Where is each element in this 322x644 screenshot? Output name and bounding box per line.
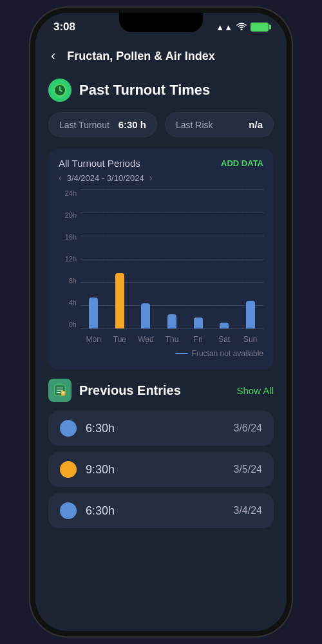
last-risk-pill: Last Risk n/a xyxy=(165,112,274,137)
signal-icon: ▲▲ xyxy=(216,23,232,32)
status-icons: ▲▲ xyxy=(216,22,269,32)
show-all-button[interactable]: Show All xyxy=(236,385,274,396)
fructan-note: Fructan not available xyxy=(59,346,263,363)
last-turnout-label: Last Turnout xyxy=(59,120,109,130)
previous-entries-icon xyxy=(48,379,71,402)
section-title-row: Past Turnout Times xyxy=(48,79,274,102)
status-time: 3:08 xyxy=(53,21,75,33)
x-label-sat: Sat xyxy=(211,335,238,344)
entry-card-1[interactable]: 9:30h 3/5/24 xyxy=(48,452,274,487)
main-content: ‹ Fructan, Pollen & Air Index Past Turno… xyxy=(35,37,287,547)
chart-header: All Turnout Periods ADD DATA xyxy=(59,158,263,169)
page-header: ‹ Fructan, Pollen & Air Index xyxy=(48,43,274,67)
next-date-arrow[interactable]: › xyxy=(149,173,153,183)
back-button[interactable]: ‹ xyxy=(48,45,58,67)
bar-wed-fill xyxy=(141,303,150,328)
bar-thu-fill xyxy=(167,314,176,328)
entry-left-1: 9:30h xyxy=(60,461,115,478)
y-label-4: 4h xyxy=(59,299,77,307)
previous-entries-title: Previous Entries xyxy=(79,383,181,398)
bar-sun xyxy=(237,189,263,328)
y-label-12: 12h xyxy=(59,255,77,263)
last-turnout-pill: Last Turnout 6:30 h xyxy=(48,112,157,137)
entry-dot-2 xyxy=(60,502,77,519)
past-turnout-icon xyxy=(48,79,71,102)
chart-area: 24h 20h 16h 12h 8h 4h 0h xyxy=(59,189,263,344)
last-risk-label: Last Risk xyxy=(176,120,213,130)
y-label-8: 8h xyxy=(59,277,77,285)
y-label-16: 16h xyxy=(59,233,77,241)
bar-thu xyxy=(159,189,185,328)
chart-card: All Turnout Periods ADD DATA ‹ 3/4/2024 … xyxy=(48,149,274,370)
date-range: 3/4/2024 - 3/10/2024 xyxy=(67,173,144,183)
fructan-text: Fructan not available xyxy=(192,349,263,358)
bar-sat-fill xyxy=(220,323,229,328)
y-axis-labels: 24h 20h 16h 12h 8h 4h 0h xyxy=(59,189,77,344)
y-label-0: 0h xyxy=(59,321,77,328)
x-label-tue: Tue xyxy=(107,335,133,344)
stats-row: Last Turnout 6:30 h Last Risk n/a xyxy=(48,112,274,137)
x-label-mon: Mon xyxy=(80,335,107,344)
bar-wed xyxy=(133,189,159,328)
bar-fri-fill xyxy=(194,317,203,328)
previous-entries-header: Previous Entries Show All xyxy=(48,379,274,402)
y-label-24: 24h xyxy=(59,189,77,197)
x-axis-labels: Mon Tue Wed Thu Fri Sat Sun xyxy=(80,335,263,344)
x-label-fri: Fri xyxy=(185,335,211,344)
wifi-icon xyxy=(236,22,247,32)
bar-fri xyxy=(185,189,211,328)
previous-entries-left: Previous Entries xyxy=(48,379,181,402)
entry-date-0: 3/6/24 xyxy=(234,422,262,434)
entry-time-2: 6:30h xyxy=(86,504,115,518)
entry-time-0: 6:30h xyxy=(86,422,115,435)
notch xyxy=(119,13,203,32)
entry-card-2[interactable]: 6:30h 3/4/24 xyxy=(48,493,274,528)
svg-point-0 xyxy=(241,29,243,31)
x-label-wed: Wed xyxy=(133,335,159,344)
page-title: Fructan, Pollen & Air Index xyxy=(67,50,214,63)
entry-dot-0 xyxy=(60,420,77,437)
bars-area xyxy=(80,189,263,328)
bar-sun-fill xyxy=(246,301,255,328)
x-label-sun: Sun xyxy=(237,335,263,344)
phone-frame: 3:08 ▲▲ ‹ Fructan, Pollen & Air Index xyxy=(35,13,287,631)
entry-time-1: 9:30h xyxy=(86,463,115,477)
entry-date-2: 3/4/24 xyxy=(234,505,262,516)
date-nav: ‹ 3/4/2024 - 3/10/2024 › xyxy=(59,173,263,183)
x-label-thu: Thu xyxy=(159,335,185,344)
battery-icon xyxy=(251,23,269,32)
entry-left-0: 6:30h xyxy=(60,420,115,437)
last-risk-value: n/a xyxy=(249,119,263,130)
last-turnout-value: 6:30 h xyxy=(118,119,146,130)
add-data-button[interactable]: ADD DATA xyxy=(221,158,263,168)
bar-sat xyxy=(211,189,238,328)
bar-tue-fill xyxy=(115,273,124,328)
y-label-20: 20h xyxy=(59,211,77,219)
entry-left-2: 6:30h xyxy=(60,502,115,519)
section-title-text: Past Turnout Times xyxy=(79,82,210,99)
bar-mon xyxy=(80,189,107,328)
prev-date-arrow[interactable]: ‹ xyxy=(59,173,62,183)
entry-card-0[interactable]: 6:30h 3/6/24 xyxy=(48,411,274,446)
entry-date-1: 3/5/24 xyxy=(234,464,262,475)
fructan-line-icon xyxy=(175,353,188,354)
bar-mon-fill xyxy=(89,298,98,328)
entry-dot-1 xyxy=(60,461,77,478)
chart-title: All Turnout Periods xyxy=(59,158,140,169)
bar-tue xyxy=(107,189,133,328)
